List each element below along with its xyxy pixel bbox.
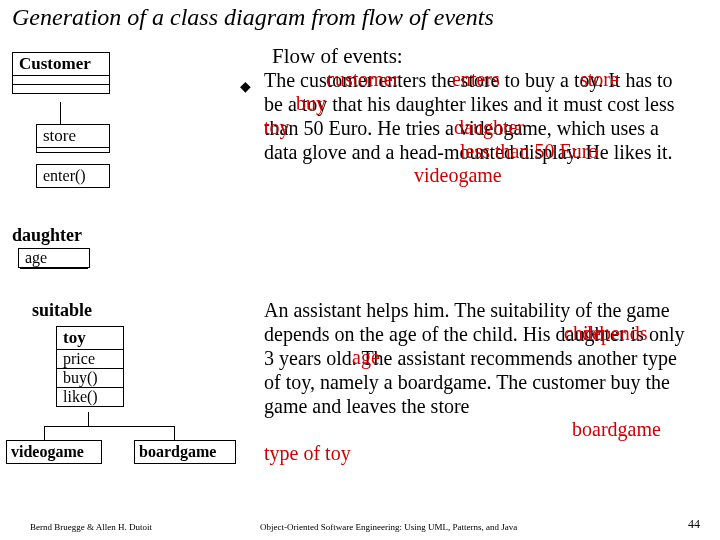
class-age-attr: age — [25, 249, 47, 266]
flow-paragraph-2: An assistant helps him. The suitability … — [264, 298, 694, 418]
inh-bar — [44, 426, 174, 427]
class-toy-name: toy — [57, 327, 123, 350]
hl-buy: buy — [296, 92, 326, 115]
hl-customer: customer — [326, 68, 399, 91]
assoc-line-1 — [60, 102, 61, 124]
class-videogame-name: videogame — [7, 441, 101, 463]
bullet-icon: ◆ — [240, 78, 251, 95]
hl-enters: enters — [452, 68, 500, 91]
class-customer-attrs — [13, 76, 109, 85]
hl-age: age — [352, 346, 380, 369]
inh-stem — [88, 412, 89, 426]
class-videogame: videogame — [6, 440, 102, 464]
class-customer-name: Customer — [13, 53, 109, 76]
flow-heading: Flow of events: — [272, 44, 403, 69]
class-boardgame-name: boardgame — [135, 441, 235, 463]
inh-right — [174, 426, 175, 440]
class-customer-ops — [13, 85, 109, 93]
class-toy-like: like() — [57, 388, 123, 406]
age-underline — [20, 268, 88, 269]
hl-less50: less than 50 Euro — [460, 140, 598, 163]
footer-author: Bernd Bruegge & Allen H. Dutoit — [30, 522, 152, 532]
hl-typeoftoy: type of toy — [264, 442, 351, 465]
class-boardgame: boardgame — [134, 440, 236, 464]
class-store: store — [36, 124, 110, 153]
class-age: age — [18, 248, 90, 268]
hl-daughter: daughter — [454, 116, 524, 139]
label-suitable: suitable — [32, 300, 92, 321]
hl-child: child — [564, 322, 604, 345]
footer-page: 44 — [688, 517, 700, 532]
hl-toy: toy — [264, 116, 290, 139]
class-store-attrs — [37, 148, 109, 152]
class-toy: toy price buy() like() — [56, 326, 124, 407]
class-enter: enter() — [36, 164, 110, 188]
label-daughter: daughter — [12, 225, 82, 246]
class-store-name: store — [37, 125, 109, 148]
class-customer: Customer — [12, 52, 110, 94]
class-enter-op: enter() — [37, 165, 109, 187]
hl-boardgame: boardgame — [572, 418, 661, 441]
slide-title: Generation of a class diagram from flow … — [12, 4, 494, 31]
inh-left — [44, 426, 45, 440]
class-toy-price: price — [57, 350, 123, 369]
footer-book: Object-Oriented Software Engineering: Us… — [260, 522, 517, 532]
class-toy-buy: buy() — [57, 369, 123, 388]
slide: Generation of a class diagram from flow … — [0, 0, 720, 540]
hl-store: store — [580, 68, 619, 91]
hl-videogame: videogame — [414, 164, 502, 187]
